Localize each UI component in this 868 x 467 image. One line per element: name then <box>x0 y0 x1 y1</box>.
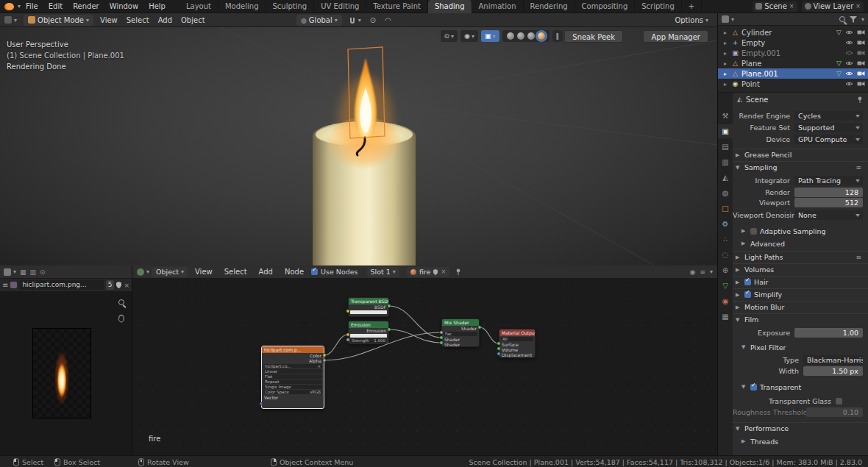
filter-funnel-icon[interactable] <box>850 16 857 23</box>
menu-select[interactable]: Select <box>122 13 154 27</box>
pin-node-tree-icon[interactable] <box>455 268 461 275</box>
emission-color-swatch[interactable] <box>350 334 387 338</box>
material-slot-dropdown[interactable]: Slot 1▾ <box>367 267 399 277</box>
node-menu-add[interactable]: Add <box>255 265 277 279</box>
properties-editor[interactable]: ⚒ ▣ ▤ ▥ ◭ ◍ □ ⚙ ∴ ◌ ⊕ ▽ ◉ ▦ ◭ Scene <box>717 92 868 455</box>
tab-texture-paint[interactable]: Texture Paint <box>366 0 428 13</box>
tab-tool-icon[interactable]: ⚒ <box>718 109 733 123</box>
light-paths-panel[interactable]: ▶ Light Paths ≡ <box>733 251 868 263</box>
tab-render-icon[interactable]: ▣ <box>718 124 733 138</box>
editor-type-outliner-icon[interactable]: ▾ <box>722 13 734 26</box>
sampling-panel[interactable]: ▼ Sampling ≡ <box>733 161 868 173</box>
transparent-color-swatch[interactable] <box>350 310 387 314</box>
disable-render-icon[interactable] <box>857 50 865 56</box>
tab-animation[interactable]: Animation <box>472 0 524 13</box>
tab-modeling[interactable]: Modeling <box>218 0 266 13</box>
node-material-output[interactable]: Material Output All Surface Volume Displ… <box>499 329 536 358</box>
menu-help[interactable]: Help <box>143 0 171 13</box>
shading-solid-icon[interactable] <box>517 32 524 40</box>
hide-eye-icon[interactable] <box>845 60 853 66</box>
tab-world-icon[interactable]: ◍ <box>718 186 733 200</box>
hair-checkbox[interactable] <box>744 279 751 285</box>
device-dropdown[interactable]: GPU Compute <box>794 135 863 144</box>
overlays-toggle[interactable]: ▣▾ <box>481 30 499 42</box>
menu-file[interactable]: File <box>21 0 43 13</box>
object-visibility-dropdown[interactable]: ⊙▾ <box>441 30 458 42</box>
image-projection-dropdown[interactable]: Flat <box>263 374 322 379</box>
view-layer-selector[interactable]: View Layer × <box>802 1 864 12</box>
advanced-panel[interactable]: ▶ Advanced <box>733 238 868 249</box>
node-transparent-bsdf[interactable]: Transparent BSDF BSDF <box>348 297 389 317</box>
feature-set-dropdown[interactable]: Supported <box>794 123 863 132</box>
image-users-count[interactable]: 5 <box>106 280 115 290</box>
disable-render-icon[interactable] <box>857 29 865 35</box>
simplify-panel[interactable]: ▶ Simplify <box>733 288 868 300</box>
shader-type-dropdown[interactable]: Object▾ <box>152 267 188 277</box>
app-manager-button[interactable]: App Manager <box>643 30 708 43</box>
shading-wireframe-icon[interactable] <box>507 32 514 40</box>
transform-orientation-dropdown[interactable]: ◍ Global ▾ <box>296 15 342 26</box>
transparent-glass-checkbox[interactable] <box>836 398 842 404</box>
disable-render-icon[interactable] <box>857 81 865 87</box>
tab-scripting[interactable]: Scripting <box>635 0 681 13</box>
tab-output-icon[interactable]: ▤ <box>718 140 733 154</box>
properties-pin-icon[interactable] <box>857 96 863 103</box>
tab-material-icon[interactable]: ◉ <box>718 294 733 308</box>
outliner-search-icon[interactable] <box>839 16 845 22</box>
hide-eye-icon[interactable] <box>845 29 853 35</box>
menu-render[interactable]: Render <box>68 0 104 13</box>
hide-eye-icon[interactable] <box>845 50 853 56</box>
render-samples-field[interactable]: 128 <box>794 188 863 197</box>
light-paths-presets-icon[interactable]: ≡ <box>855 254 861 261</box>
tab-layout[interactable]: Layout <box>179 0 218 13</box>
image-browse-icon[interactable] <box>10 282 17 288</box>
tab-scene-icon[interactable]: ◭ <box>718 171 733 185</box>
outliner-item-cylinder[interactable]: ▸ △ Cylinder ▽ <box>718 27 868 38</box>
falloff-curve-icon[interactable]: ◠ <box>380 13 396 27</box>
menu-add[interactable]: Add <box>154 13 177 27</box>
viewport-samples-field[interactable]: 512 <box>794 198 863 207</box>
integrator-dropdown[interactable]: Path Tracing <box>794 176 863 185</box>
hide-eye-icon[interactable] <box>845 40 853 46</box>
tab-sculpting[interactable]: Sculpting <box>266 0 314 13</box>
add-workspace-button[interactable]: + <box>682 0 702 13</box>
scene-selector[interactable]: Scene × <box>753 1 797 12</box>
image-pin-icon[interactable]: ⊙ <box>40 268 46 276</box>
tab-rendering[interactable]: Rendering <box>524 0 575 13</box>
volumes-panel[interactable]: ▶ Volumes <box>733 263 868 275</box>
threads-panel[interactable]: ▶ Threads <box>733 435 868 447</box>
viewport-3d[interactable]: User Perspective (1) Scene Collection | … <box>0 27 717 265</box>
transparent-panel[interactable]: ▼ Transparent <box>733 381 868 393</box>
output-target-dropdown[interactable]: All <box>501 337 533 341</box>
hide-eye-icon[interactable] <box>845 71 853 76</box>
node-image-texture[interactable]: hiclipart.com.p... Color Alpha hiclipart… <box>261 346 324 409</box>
grease-pencil-panel[interactable]: ▶ Grease Pencil <box>733 149 868 160</box>
image-source-dropdown[interactable]: Single Image <box>263 385 322 389</box>
menu-edit[interactable]: Edit <box>43 0 68 13</box>
image-extension-dropdown[interactable]: Repeat <box>263 379 322 384</box>
emission-strength-field[interactable]: Strength 1.000 <box>350 338 387 343</box>
hair-panel[interactable]: ▶ Hair <box>733 276 868 288</box>
node-menu-node[interactable]: Node <box>280 265 308 279</box>
tab-compositing[interactable]: Compositing <box>575 0 636 13</box>
menu-view[interactable]: View <box>96 13 122 27</box>
shading-material-icon[interactable] <box>527 32 535 40</box>
outliner-item-plane-001[interactable]: ▸ △ Plane.001 ▽ <box>718 68 868 79</box>
editor-type-3dview-icon[interactable]: ▾ <box>0 13 21 27</box>
pause-render-button[interactable]: ‖ <box>552 30 563 42</box>
zoom-icon[interactable] <box>118 299 124 305</box>
tab-particles-icon[interactable]: ∴ <box>718 232 733 246</box>
sampling-presets-icon[interactable]: ≡ <box>855 164 861 171</box>
simplify-checkbox[interactable] <box>744 291 751 298</box>
film-panel[interactable]: ▼ Film <box>733 313 868 325</box>
motion-blur-panel[interactable]: ▶ Motion Blur <box>733 301 868 313</box>
use-nodes-checkbox[interactable] <box>311 268 318 275</box>
tab-uv-editing[interactable]: UV Editing <box>314 0 366 13</box>
tab-modifiers-icon[interactable]: ⚙ <box>718 217 733 231</box>
node-canvas[interactable]: Transparent BSDF BSDF Emission Emission … <box>132 279 717 455</box>
node-menu-view[interactable]: View <box>191 265 217 279</box>
disable-render-icon[interactable] <box>857 71 865 76</box>
view-mode-icon[interactable]: ▦ <box>20 268 26 276</box>
sidebar-toggle-icon[interactable]: ≡ <box>2 281 8 289</box>
tab-view-layer-icon[interactable]: ▥ <box>718 155 733 169</box>
